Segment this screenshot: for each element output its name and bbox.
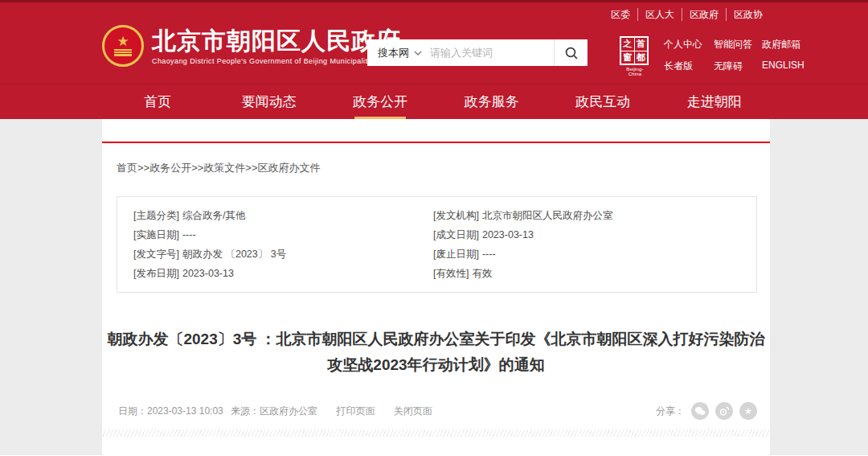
meta-value: 朝政办发 〔2023〕 3号 bbox=[182, 249, 286, 260]
link-english[interactable]: ENGLISH bbox=[762, 60, 805, 73]
page-background: 首页>>政务公开>>政策文件>>区政府办文件 [主题分类]综合政务/其他 [实施… bbox=[0, 119, 868, 455]
document-meta-box: [主题分类]综合政务/其他 [实施日期]---- [发文字号]朝政办发 〔202… bbox=[117, 196, 757, 293]
top-link-district-committee[interactable]: 区委 bbox=[604, 8, 637, 21]
search-button[interactable] bbox=[554, 39, 588, 66]
meta-value: 综合政务/其他 bbox=[182, 210, 245, 221]
meta-value: 有效 bbox=[472, 268, 492, 279]
meta-label: [发文字号] bbox=[133, 249, 179, 260]
content-column: 首页>>政务公开>>政策文件>>区政府办文件 [主题分类]综合政务/其他 [实施… bbox=[102, 119, 770, 455]
beijing-portal-stamp-link[interactable]: 之 首 窗 都 Beijing-China bbox=[620, 36, 650, 76]
meta-validity: [有效性]有效 bbox=[433, 264, 756, 283]
meta-label: [废止日期] bbox=[433, 249, 479, 260]
meta-written-date: [成文日期]2023-03-13 bbox=[433, 225, 756, 244]
top-link-peoples-congress[interactable]: 区人大 bbox=[637, 8, 682, 21]
document-date: 日期：2023-03-13 10:03 bbox=[118, 405, 223, 417]
meta-value: 2023-03-13 bbox=[182, 268, 234, 279]
stamp-char: 首 bbox=[635, 38, 648, 51]
document-info-left: 日期：2023-03-13 10:03 来源：区政府办公室 打印页面 关闭页面 bbox=[118, 405, 437, 418]
header-quick-links: 个人中心 智能问答 政府邮箱 长者版 无障碍 ENGLISH bbox=[664, 38, 805, 73]
chevron-down-icon bbox=[414, 51, 422, 55]
meta-implementation-date: [实施日期]---- bbox=[133, 225, 433, 244]
nav-item-news[interactable]: 要闻动态 bbox=[214, 84, 326, 119]
search-scope-label: 搜本网 bbox=[378, 46, 409, 60]
qzone-share-button[interactable]: ★ bbox=[739, 402, 757, 420]
share-label: 分享： bbox=[656, 405, 685, 418]
national-emblem-icon: ★ bbox=[102, 25, 144, 67]
nav-item-gov-services[interactable]: 政务服务 bbox=[436, 84, 548, 119]
site-title: 北京市朝阳区人民政府 bbox=[152, 27, 401, 55]
meta-issuing-agency: [发文机构]北京市朝阳区人民政府办公室 bbox=[433, 206, 756, 225]
site-title-block: 北京市朝阳区人民政府 Chaoyang District People's Go… bbox=[152, 27, 401, 65]
active-tab-underline bbox=[354, 117, 406, 119]
meta-value: 2023-03-13 bbox=[482, 229, 534, 240]
content-top-band bbox=[102, 119, 770, 142]
primary-navigation: 首页 要闻动态 政务公开 政务服务 政民互动 走进朝阳 bbox=[0, 84, 868, 119]
meta-label: [主题分类] bbox=[133, 210, 179, 221]
weibo-share-button[interactable] bbox=[715, 402, 733, 420]
wechat-icon bbox=[694, 406, 706, 416]
site-search-bar: 搜本网 bbox=[367, 39, 588, 66]
stamp-char: 窗 bbox=[621, 51, 634, 64]
emblem-star: ★ bbox=[117, 35, 129, 48]
capital-window-stamp-icon: 之 首 窗 都 bbox=[620, 36, 649, 65]
site-logo-home-link[interactable]: ★ 北京市朝阳区人民政府 Chaoyang District People's … bbox=[102, 25, 401, 67]
star-icon: ★ bbox=[744, 406, 752, 417]
wechat-share-button[interactable] bbox=[691, 402, 709, 420]
magnifier-icon bbox=[564, 46, 579, 60]
link-accessibility[interactable]: 无障碍 bbox=[714, 60, 754, 73]
nav-item-public-interaction[interactable]: 政民互动 bbox=[547, 84, 659, 119]
document-info-row: 日期：2023-03-13 10:03 来源：区政府办公室 打印页面 关闭页面 … bbox=[118, 402, 757, 420]
meta-label: [实施日期] bbox=[133, 229, 179, 240]
search-input[interactable] bbox=[430, 47, 554, 59]
nav-item-gov-disclosure[interactable]: 政务公开 bbox=[325, 84, 436, 119]
meta-value: ---- bbox=[182, 229, 196, 240]
meta-publish-date: [发布日期]2023-03-13 bbox=[133, 264, 433, 283]
link-personal-center[interactable]: 个人中心 bbox=[664, 38, 706, 51]
stamp-caption: Beijing-China bbox=[620, 67, 650, 76]
site-subtitle: Chaoyang District People's Government of… bbox=[152, 57, 401, 65]
nav-item-home[interactable]: 首页 bbox=[102, 84, 214, 119]
search-scope-dropdown[interactable]: 搜本网 bbox=[367, 46, 430, 60]
meta-left-column: [主题分类]综合政务/其他 [实施日期]---- [发文字号]朝政办发 〔202… bbox=[133, 206, 433, 283]
link-smart-qa[interactable]: 智能问答 bbox=[714, 38, 754, 51]
weibo-icon bbox=[719, 406, 730, 416]
link-gov-mailbox[interactable]: 政府邮箱 bbox=[762, 38, 805, 51]
top-link-cppcc[interactable]: 区政协 bbox=[726, 8, 770, 21]
meta-value: 北京市朝阳区人民政府办公室 bbox=[482, 210, 613, 221]
meta-label: [有效性] bbox=[433, 268, 469, 279]
stamp-char: 之 bbox=[621, 38, 634, 51]
government-top-links: 区委 区人大 区政府 区政协 bbox=[604, 8, 770, 21]
red-divider-rule bbox=[102, 142, 770, 143]
meta-topic-category: [主题分类]综合政务/其他 bbox=[133, 206, 433, 225]
breadcrumb[interactable]: 首页>>政务公开>>政策文件>>区政府办文件 bbox=[117, 161, 770, 174]
share-bar: 分享： ★ bbox=[656, 402, 757, 420]
hatched-divider bbox=[102, 429, 770, 437]
meta-repeal-date: [废止日期]---- bbox=[433, 244, 756, 264]
meta-right-column: [发文机构]北京市朝阳区人民政府办公室 [成文日期]2023-03-13 [废止… bbox=[433, 206, 756, 283]
meta-label: [发文机构] bbox=[433, 210, 479, 221]
top-link-district-government[interactable]: 区政府 bbox=[682, 8, 726, 21]
print-page-link[interactable]: 打印页面 bbox=[336, 405, 375, 417]
link-senior-version[interactable]: 长者版 bbox=[664, 60, 706, 73]
meta-label: [成文日期] bbox=[433, 229, 479, 240]
nav-item-about-chaoyang[interactable]: 走进朝阳 bbox=[659, 84, 771, 119]
nav-item-gov-disclosure-label: 政务公开 bbox=[353, 92, 407, 111]
stamp-char: 都 bbox=[635, 51, 648, 64]
site-masthead: 区委 区人大 区政府 区政协 ★ 北京市朝阳区人民政府 Chaoyang Dis… bbox=[0, 2, 868, 84]
meta-value: ---- bbox=[482, 249, 496, 260]
close-page-link[interactable]: 关闭页面 bbox=[394, 405, 432, 417]
document-source: 来源：区政府办公室 bbox=[231, 405, 317, 417]
nav-items-container: 首页 要闻动态 政务公开 政务服务 政民互动 走进朝阳 bbox=[102, 84, 770, 119]
meta-document-number: [发文字号]朝政办发 〔2023〕 3号 bbox=[133, 244, 433, 264]
emblem-gate bbox=[114, 49, 132, 56]
document-title: 朝政办发〔2023〕3号 ：北京市朝阳区人民政府办公室关于印发《北京市朝阳区深入… bbox=[102, 327, 770, 378]
meta-label: [发布日期] bbox=[133, 268, 179, 279]
